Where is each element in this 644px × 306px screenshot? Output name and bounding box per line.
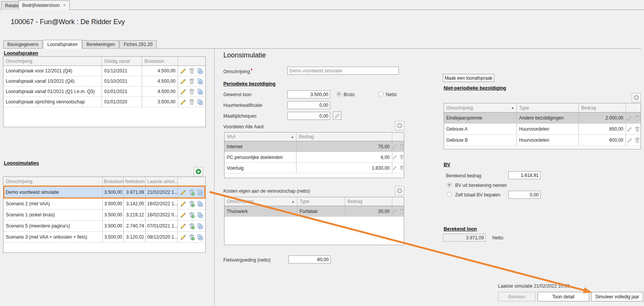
column-header-sorted[interactable]: VAA▲ [224,133,297,141]
column-header[interactable]: Type [297,197,345,206]
vaa-row-selected[interactable]: Internet 75,00 [224,141,404,152]
add-loonsimulatie-button[interactable] [194,167,203,176]
netto-radio[interactable] [379,92,383,97]
tab-bedrijfsleidersloon[interactable]: Bedrijfsleidersloon × [18,0,70,10]
edit-icon[interactable] [180,78,187,85]
edit-icon[interactable] [180,189,187,196]
zelf-totaal-bv-input[interactable] [508,191,541,199]
column-header-sorted[interactable]: Omschrijving▲ [224,197,297,206]
column-header[interactable]: Omschrijving [3,57,102,65]
edit-icon[interactable] [627,137,633,143]
tab-fiches-281-20[interactable]: Fiches 281.20 [120,40,157,48]
column-header[interactable]: Bedrag [579,103,626,112]
column-header[interactable]: Brutoloon [142,57,178,65]
edit-icon[interactable] [392,209,397,214]
edit-icon[interactable] [180,68,187,74]
loonsimulatie-row[interactable]: Scenario 1 (enkel bruto) 3.500,00 3.219,… [3,209,205,221]
copy-icon[interactable] [197,212,203,218]
loonafspraak-row[interactable]: Loonafspraak vanaf 10/2021 (Q4) 01/10/20… [3,76,205,87]
copy-icon[interactable] [197,223,203,229]
zelf-totaal-bv-radio[interactable] [447,192,452,197]
bv-uit-berekening-radio[interactable] [447,182,452,187]
edit-icon[interactable] [392,155,397,160]
column-header[interactable]: Nettoloon [124,177,146,186]
cell-omschrijving: Scenario 3 (met VAA + onkosten + fiets) [3,232,103,242]
loonsimulatie-row[interactable]: Scenario 2 (met VAA) 3.500,00 3.142,05 1… [3,198,205,209]
edit-icon[interactable] [392,144,397,149]
huurherkwalificatie-input[interactable] [287,101,330,109]
delete-icon[interactable] [634,115,640,121]
column-header-sorted[interactable]: Omschrijving▲ [444,103,517,112]
edit-icon[interactable] [392,165,397,170]
maaltijdcheques-input[interactable] [287,112,330,120]
delete-icon[interactable] [634,126,640,132]
edit-icon[interactable] [180,88,187,95]
close-tab-icon[interactable]: × [63,3,66,7]
edit-icon[interactable] [180,99,187,105]
omschrijving-input[interactable] [287,67,399,75]
loonafspraak-row[interactable]: Loonafspraak oprichting vennootschap 01/… [3,97,205,107]
add-kosten-button[interactable] [395,186,404,195]
add-niet-periodiek-button[interactable] [632,93,641,102]
loonafspraak-row[interactable]: Loonafspraak vanaf 01/2021 (Q1 t.e.m. Q3… [3,87,205,97]
delete-restore-icon[interactable] [188,223,195,229]
copy-icon[interactable] [197,234,203,241]
loonsimulatie-row-selected[interactable]: Demo voorbeeld simulatie 3.500,00 3.971,… [3,187,205,198]
delete-restore-icon[interactable] [188,212,195,218]
edit-icon[interactable] [627,126,633,132]
delete-icon[interactable] [188,68,195,74]
delete-icon[interactable] [188,99,195,105]
loonsimulatie-row[interactable]: Scenario 5 (meerdere pagina's) 3.500,00 … [3,221,205,232]
delete-icon[interactable] [399,155,404,160]
copy-icon[interactable] [197,88,203,95]
column-header[interactable]: Type [517,103,579,112]
tab-loonafspraken[interactable]: Loonafspraken [43,40,82,49]
copy-icon[interactable] [197,68,203,74]
vaa-row[interactable]: PC persoonlijke doeleinden 6,00 [224,152,404,163]
kosten-row-selected[interactable]: Thuiswerk Forfaitair 30,00 [224,206,404,217]
delete-icon[interactable] [399,165,404,170]
bereken-button[interactable]: Bereken [498,292,536,301]
column-header[interactable]: Brutoloon [103,177,124,186]
delete-icon[interactable] [634,137,640,143]
column-header[interactable]: Laatste simul... [146,177,178,186]
column-header[interactable]: Bedrag [345,197,392,206]
column-header[interactable]: Omschrijving [3,177,103,186]
toon-detail-button[interactable]: Toon detail [537,292,589,301]
copy-icon[interactable] [197,99,203,105]
delete-icon[interactable] [399,209,404,214]
gewenst-loon-input[interactable] [287,90,330,98]
tab-basisgegevens[interactable]: Basisgegevens [3,40,43,48]
maak-loonafspraak-button[interactable]: Maak een loonafspraak [443,74,494,82]
delete-restore-icon[interactable] [188,201,195,207]
niet-periodiek-row[interactable]: Gebouw B Huurvoordelen 600,00 [444,135,641,146]
delete-icon[interactable] [188,88,195,95]
niet-periodiek-row[interactable]: Gebouw A Huurvoordelen 850,00 [444,124,641,135]
edit-icon[interactable] [180,223,187,229]
tab-berekeningen[interactable]: Berekeningen [82,40,119,48]
edit-icon[interactable] [180,234,187,241]
edit-icon[interactable] [627,115,633,121]
berekend-bedrag-input[interactable] [508,171,541,179]
delete-icon[interactable] [399,144,404,149]
copy-icon[interactable] [197,78,203,85]
copy-icon[interactable] [197,201,203,207]
simuleer-volledig-jaar-button[interactable]: Simuleer volledig jaar [591,292,643,301]
add-vaa-button[interactable] [395,121,404,130]
niet-periodiek-row-selected[interactable]: Eindejaarspremie Andere bezoldigingen 2.… [444,113,641,124]
edit-maaltijdcheques-button[interactable] [333,111,341,120]
delete-restore-icon[interactable] [188,189,195,196]
delete-restore-icon[interactable] [188,234,195,241]
fietsvergoeding-input[interactable] [288,255,331,263]
loonafspraak-row[interactable]: Loonafspraak voor 12/2021 (Q4) 01/12/202… [3,66,205,76]
cell-brutoloon: 3.500,00 [103,198,124,209]
vaa-row[interactable]: Voertuig 1.830,00 [224,163,404,173]
loonsimulatie-row[interactable]: Scenario 3 (met VAA + onkosten + fiets) … [3,232,205,243]
column-header[interactable]: Geldig vanaf [102,57,142,65]
copy-icon[interactable] [197,189,203,196]
column-header[interactable]: Bedrag [297,133,392,141]
delete-icon[interactable] [188,78,195,85]
edit-icon[interactable] [180,212,187,218]
bruto-radio[interactable] [336,92,341,97]
edit-icon[interactable] [180,201,187,207]
